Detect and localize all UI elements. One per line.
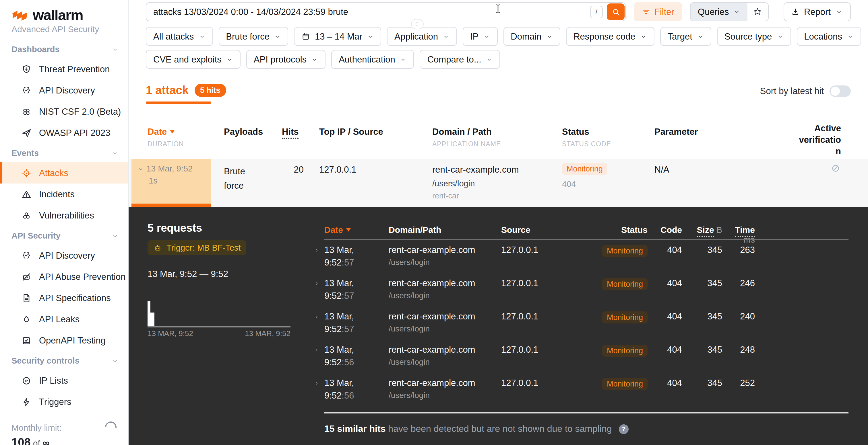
filter-chip-api-protocols[interactable]: API protocols: [246, 50, 326, 69]
filter-chip-source-type[interactable]: Source type: [717, 27, 791, 46]
brand-logo[interactable]: wallarm: [0, 0, 128, 24]
brand-name: wallarm: [33, 7, 83, 24]
sort-caret-down-icon: [346, 228, 350, 232]
filter-chip-date-range[interactable]: 13 – 14 Mar: [294, 27, 381, 46]
request-status-badge: Monitoring: [602, 245, 648, 257]
sidebar-item-api-discovery-2[interactable]: API Discovery: [0, 245, 128, 266]
chevron-down-icon: [483, 33, 490, 40]
sidebar-item-api-specifications[interactable]: API Specifications: [0, 287, 128, 309]
queries-button[interactable]: Queries: [691, 3, 747, 21]
col-header-active-verification: Active verification: [794, 123, 841, 157]
sidebar-item-openapi-testing[interactable]: OpenAPI Testing: [0, 330, 128, 351]
filter-chip-target[interactable]: Target: [660, 27, 711, 46]
col-header-parameter: Parameter: [654, 127, 698, 137]
requests-time-range: 13 Mar, 9:52 — 9:52: [148, 269, 228, 279]
blocked-circle-icon[interactable]: [831, 164, 840, 173]
filter-chip-locations[interactable]: Locations: [797, 27, 861, 46]
brand-subtitle: Advanced API Security: [0, 24, 128, 34]
nav-section-api-security[interactable]: API Security: [0, 226, 128, 245]
toggle-knob: [831, 87, 840, 96]
attack-date-cell[interactable]: 13 Mar, 9:52 1s: [131, 159, 211, 204]
request-row[interactable]: 13 Mar, 9:52:57 rent-car-example.com/use…: [324, 245, 848, 268]
req-col-size[interactable]: Size B: [682, 225, 722, 244]
sidebar-item-label: Threat Prevention: [39, 64, 110, 74]
sidebar-item-incidents[interactable]: Incidents: [0, 183, 128, 205]
filter-chip-compare-to[interactable]: Compare to...: [420, 50, 500, 69]
sidebar-item-owasp-api[interactable]: OWASP API 2023: [0, 122, 128, 143]
search-expand-handle[interactable]: [411, 19, 424, 29]
chevron-down-icon: [274, 33, 281, 40]
request-row[interactable]: 13 Mar, 9:52:57 rent-car-example.com/use…: [324, 311, 848, 334]
nav-section-security-controls[interactable]: Security controls: [0, 351, 128, 370]
chevron-down-icon: [226, 56, 233, 63]
filter-chip-application[interactable]: Application: [387, 27, 457, 46]
sidebar-item-label: Vulnerabilities: [39, 210, 94, 220]
sidebar-item-api-discovery[interactable]: API Discovery: [0, 80, 128, 101]
filter-chip-authentication[interactable]: Authentication: [331, 50, 414, 69]
nav-section-label: Security controls: [11, 356, 80, 365]
attack-payloads: Brute force: [224, 165, 256, 193]
sidebar-item-api-abuse-prevention[interactable]: API Abuse Prevention: [0, 266, 128, 287]
sidebar-item-api-leaks[interactable]: API Leaks: [0, 309, 128, 330]
robot-slash-icon: [21, 272, 32, 282]
sidebar-item-threat-prevention[interactable]: Threat Prevention: [0, 59, 128, 80]
chevron-right-icon: [313, 280, 320, 287]
search-button[interactable]: [607, 3, 625, 20]
monthly-limit-label: Monthly limit:: [11, 422, 62, 432]
attack-application: rent-car: [432, 192, 459, 200]
nav-section-dashboards[interactable]: Dashboards: [0, 40, 128, 59]
similar-hits-count: 15 similar hits: [324, 424, 385, 434]
favorite-query-button[interactable]: [747, 3, 768, 21]
req-col-date[interactable]: Date: [324, 225, 389, 244]
filter-chip-brute-force[interactable]: Brute force: [218, 27, 288, 46]
search-input[interactable]: [146, 2, 626, 21]
filter-chip-response-code[interactable]: Response code: [566, 27, 654, 46]
col-header-hits[interactable]: Hits: [282, 127, 299, 137]
sidebar-item-attacks[interactable]: Attacks: [0, 162, 128, 183]
req-col-time[interactable]: Time ms: [722, 225, 755, 244]
attack-row[interactable]: 13 Mar, 9:52 1s Brute force 20 127.0.0.1…: [129, 159, 868, 207]
request-status-badge: Monitoring: [602, 378, 648, 390]
report-button[interactable]: Report: [784, 2, 851, 21]
chart-bar: [150, 312, 154, 326]
nav-section-events[interactable]: Events: [0, 143, 128, 162]
footer-divider: [324, 412, 848, 413]
filter-chip-domain[interactable]: Domain: [503, 27, 560, 46]
attack-domain: rent-car-example.com: [432, 165, 519, 175]
sidebar-item-label: OWASP API 2023: [39, 128, 110, 138]
filter-button[interactable]: Filter: [634, 2, 682, 21]
sidebar-item-vulnerabilities[interactable]: Vulnerabilities: [0, 205, 128, 226]
request-row[interactable]: 13 Mar, 9:52:57 rent-car-example.com/use…: [324, 278, 848, 301]
trigger-badge[interactable]: Trigger: MB BF-Test: [148, 240, 246, 255]
attack-status-code: 404: [562, 179, 576, 189]
report-button-label: Report: [804, 7, 831, 17]
sidebar-item-triggers[interactable]: Triggers: [0, 391, 128, 412]
req-col-domain: Domain/Path: [389, 225, 501, 244]
col-subheader-application: APPLICATION NAME: [432, 140, 501, 147]
document-icon: [21, 293, 32, 303]
chevron-right-icon: [313, 314, 320, 320]
filter-chip-cve-exploits[interactable]: CVE and exploits: [146, 50, 241, 69]
header-divider: [324, 239, 848, 240]
hits-badge: 5 hits: [194, 84, 226, 97]
help-icon[interactable]: ?: [619, 424, 629, 434]
attack-date: 13 Mar, 9:52: [146, 164, 193, 173]
attack-hits: 20: [279, 165, 304, 175]
attack-status-badge: Monitoring: [562, 163, 608, 175]
chevron-up-icon: [415, 21, 420, 24]
filter-chip-all-attacks[interactable]: All attacks: [146, 27, 213, 46]
selected-row-indicator: [131, 204, 211, 207]
results-tab[interactable]: 1 attack 5 hits: [146, 84, 226, 97]
chart-xlabel-right: 13 MAR, 9:52: [210, 329, 290, 338]
sidebar-item-ip-lists[interactable]: IP Lists: [0, 370, 128, 391]
request-row[interactable]: 13 Mar, 9:52:56 rent-car-example.com/use…: [324, 345, 848, 368]
request-row[interactable]: 13 Mar, 9:52:56 rent-car-example.com/use…: [324, 378, 848, 401]
col-header-date[interactable]: Date: [148, 127, 174, 137]
col-header-domain: Domain / Path: [432, 127, 492, 137]
monthly-limit-value: 108: [11, 436, 31, 445]
sidebar-item-nist-csf[interactable]: NIST CSF 2.0 (Beta): [0, 101, 128, 122]
col-header-top-ip: Top IP / Source: [319, 127, 383, 137]
sort-toggle[interactable]: [830, 85, 851, 97]
sidebar-item-label: Incidents: [39, 189, 74, 199]
filter-chip-ip[interactable]: IP: [463, 27, 497, 46]
